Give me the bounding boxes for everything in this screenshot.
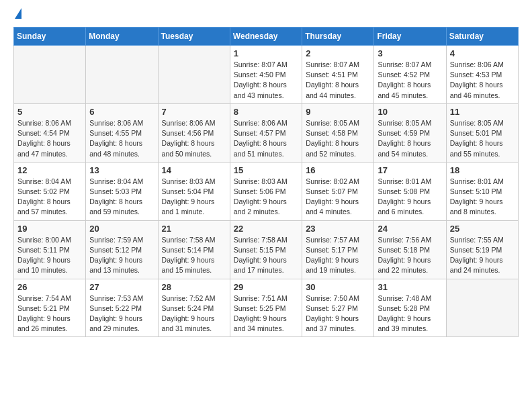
weekday-header-tuesday: Tuesday [158, 28, 230, 46]
logo [13, 11, 21, 19]
day-number: 25 [450, 224, 515, 234]
day-info: Sunrise: 8:03 AM Sunset: 5:06 PM Dayligh… [234, 177, 298, 218]
day-number: 2 [306, 48, 370, 58]
day-number: 19 [17, 224, 82, 234]
day-number: 18 [450, 165, 515, 175]
calendar-week-2: 5Sunrise: 8:06 AM Sunset: 4:54 PM Daylig… [14, 103, 519, 162]
page-container: SundayMondayTuesdayWednesdayThursdayFrid… [0, 0, 532, 351]
day-number: 21 [162, 224, 226, 234]
day-info: Sunrise: 8:01 AM Sunset: 5:08 PM Dayligh… [378, 177, 442, 218]
weekday-row: SundayMondayTuesdayWednesdayThursdayFrid… [14, 28, 519, 46]
day-info: Sunrise: 7:50 AM Sunset: 5:27 PM Dayligh… [306, 293, 370, 334]
day-info: Sunrise: 7:48 AM Sunset: 5:28 PM Dayligh… [378, 293, 442, 334]
day-info: Sunrise: 8:05 AM Sunset: 5:01 PM Dayligh… [450, 118, 515, 159]
day-number: 30 [306, 282, 370, 292]
calendar-cell [446, 279, 518, 337]
header [13, 11, 519, 19]
logo-triangle-icon [15, 8, 21, 19]
calendar-cell: 10Sunrise: 8:05 AM Sunset: 4:59 PM Dayli… [374, 103, 446, 162]
weekday-header-thursday: Thursday [302, 28, 374, 46]
day-number: 22 [234, 224, 298, 234]
day-number: 29 [234, 282, 298, 292]
calendar-cell: 30Sunrise: 7:50 AM Sunset: 5:27 PM Dayli… [302, 279, 374, 337]
day-info: Sunrise: 7:58 AM Sunset: 5:14 PM Dayligh… [162, 235, 226, 276]
day-info: Sunrise: 8:02 AM Sunset: 5:07 PM Dayligh… [306, 177, 370, 218]
day-info: Sunrise: 8:06 AM Sunset: 4:55 PM Dayligh… [89, 118, 154, 159]
day-info: Sunrise: 8:06 AM Sunset: 4:56 PM Dayligh… [162, 118, 226, 159]
day-info: Sunrise: 8:01 AM Sunset: 5:10 PM Dayligh… [450, 177, 515, 218]
calendar-cell: 7Sunrise: 8:06 AM Sunset: 4:56 PM Daylig… [158, 103, 230, 162]
day-info: Sunrise: 8:04 AM Sunset: 5:02 PM Dayligh… [17, 177, 82, 218]
calendar-cell [14, 46, 86, 104]
calendar-cell: 3Sunrise: 8:07 AM Sunset: 4:52 PM Daylig… [374, 46, 446, 104]
calendar-cell: 5Sunrise: 8:06 AM Sunset: 4:54 PM Daylig… [14, 103, 86, 162]
day-number: 20 [89, 224, 154, 234]
calendar-cell: 14Sunrise: 8:03 AM Sunset: 5:04 PM Dayli… [158, 162, 230, 220]
calendar-cell: 24Sunrise: 7:56 AM Sunset: 5:18 PM Dayli… [374, 220, 446, 279]
day-number: 5 [17, 107, 82, 117]
calendar-week-4: 19Sunrise: 8:00 AM Sunset: 5:11 PM Dayli… [14, 220, 519, 279]
calendar-week-1: 1Sunrise: 8:07 AM Sunset: 4:50 PM Daylig… [14, 46, 519, 104]
day-number: 3 [378, 48, 442, 58]
calendar-week-5: 26Sunrise: 7:54 AM Sunset: 5:21 PM Dayli… [14, 279, 519, 337]
day-number: 4 [450, 48, 515, 58]
day-number: 8 [234, 107, 298, 117]
calendar-cell: 13Sunrise: 8:04 AM Sunset: 5:03 PM Dayli… [86, 162, 158, 220]
day-number: 16 [306, 165, 370, 175]
weekday-header-friday: Friday [374, 28, 446, 46]
calendar-cell: 21Sunrise: 7:58 AM Sunset: 5:14 PM Dayli… [158, 220, 230, 279]
day-info: Sunrise: 7:57 AM Sunset: 5:17 PM Dayligh… [306, 235, 370, 276]
calendar-cell: 20Sunrise: 7:59 AM Sunset: 5:12 PM Dayli… [86, 220, 158, 279]
day-info: Sunrise: 7:59 AM Sunset: 5:12 PM Dayligh… [89, 235, 154, 276]
day-info: Sunrise: 7:52 AM Sunset: 5:24 PM Dayligh… [162, 293, 226, 334]
day-number: 27 [89, 282, 154, 292]
day-info: Sunrise: 8:06 AM Sunset: 4:54 PM Dayligh… [17, 118, 82, 159]
day-info: Sunrise: 8:05 AM Sunset: 4:58 PM Dayligh… [306, 118, 370, 159]
weekday-header-wednesday: Wednesday [230, 28, 302, 46]
calendar-cell: 11Sunrise: 8:05 AM Sunset: 5:01 PM Dayli… [446, 103, 518, 162]
day-info: Sunrise: 8:03 AM Sunset: 5:04 PM Dayligh… [162, 177, 226, 218]
calendar-cell: 23Sunrise: 7:57 AM Sunset: 5:17 PM Dayli… [302, 220, 374, 279]
day-info: Sunrise: 8:06 AM Sunset: 4:53 PM Dayligh… [450, 60, 515, 101]
day-info: Sunrise: 7:55 AM Sunset: 5:19 PM Dayligh… [450, 235, 515, 276]
day-number: 24 [378, 224, 442, 234]
calendar-table: SundayMondayTuesdayWednesdayThursdayFrid… [13, 27, 519, 337]
day-number: 10 [378, 107, 442, 117]
day-number: 11 [450, 107, 515, 117]
day-info: Sunrise: 7:51 AM Sunset: 5:25 PM Dayligh… [234, 293, 298, 334]
day-info: Sunrise: 7:56 AM Sunset: 5:18 PM Dayligh… [378, 235, 442, 276]
day-number: 17 [378, 165, 442, 175]
calendar-cell: 27Sunrise: 7:53 AM Sunset: 5:22 PM Dayli… [86, 279, 158, 337]
calendar-cell: 31Sunrise: 7:48 AM Sunset: 5:28 PM Dayli… [374, 279, 446, 337]
day-number: 26 [17, 282, 82, 292]
calendar-cell: 22Sunrise: 7:58 AM Sunset: 5:15 PM Dayli… [230, 220, 302, 279]
calendar-body: 1Sunrise: 8:07 AM Sunset: 4:50 PM Daylig… [14, 46, 519, 337]
calendar-cell: 15Sunrise: 8:03 AM Sunset: 5:06 PM Dayli… [230, 162, 302, 220]
weekday-header-sunday: Sunday [14, 28, 86, 46]
day-info: Sunrise: 8:05 AM Sunset: 4:59 PM Dayligh… [378, 118, 442, 159]
day-number: 23 [306, 224, 370, 234]
calendar-cell: 12Sunrise: 8:04 AM Sunset: 5:02 PM Dayli… [14, 162, 86, 220]
calendar-cell [158, 46, 230, 104]
calendar-cell: 2Sunrise: 8:07 AM Sunset: 4:51 PM Daylig… [302, 46, 374, 104]
calendar-cell: 25Sunrise: 7:55 AM Sunset: 5:19 PM Dayli… [446, 220, 518, 279]
calendar-cell: 17Sunrise: 8:01 AM Sunset: 5:08 PM Dayli… [374, 162, 446, 220]
day-info: Sunrise: 8:06 AM Sunset: 4:57 PM Dayligh… [234, 118, 298, 159]
day-info: Sunrise: 8:00 AM Sunset: 5:11 PM Dayligh… [17, 235, 82, 276]
day-info: Sunrise: 8:04 AM Sunset: 5:03 PM Dayligh… [89, 177, 154, 218]
calendar-cell: 6Sunrise: 8:06 AM Sunset: 4:55 PM Daylig… [86, 103, 158, 162]
day-info: Sunrise: 7:58 AM Sunset: 5:15 PM Dayligh… [234, 235, 298, 276]
calendar-cell: 29Sunrise: 7:51 AM Sunset: 5:25 PM Dayli… [230, 279, 302, 337]
calendar-cell: 16Sunrise: 8:02 AM Sunset: 5:07 PM Dayli… [302, 162, 374, 220]
calendar-cell: 18Sunrise: 8:01 AM Sunset: 5:10 PM Dayli… [446, 162, 518, 220]
calendar-cell: 1Sunrise: 8:07 AM Sunset: 4:50 PM Daylig… [230, 46, 302, 104]
calendar-cell: 8Sunrise: 8:06 AM Sunset: 4:57 PM Daylig… [230, 103, 302, 162]
day-info: Sunrise: 8:07 AM Sunset: 4:51 PM Dayligh… [306, 60, 370, 101]
day-info: Sunrise: 7:54 AM Sunset: 5:21 PM Dayligh… [17, 293, 82, 334]
weekday-header-saturday: Saturday [446, 28, 518, 46]
calendar-header: SundayMondayTuesdayWednesdayThursdayFrid… [14, 28, 519, 46]
calendar-cell: 26Sunrise: 7:54 AM Sunset: 5:21 PM Dayli… [14, 279, 86, 337]
day-info: Sunrise: 8:07 AM Sunset: 4:50 PM Dayligh… [234, 60, 298, 101]
day-number: 6 [89, 107, 154, 117]
calendar-cell: 28Sunrise: 7:52 AM Sunset: 5:24 PM Dayli… [158, 279, 230, 337]
